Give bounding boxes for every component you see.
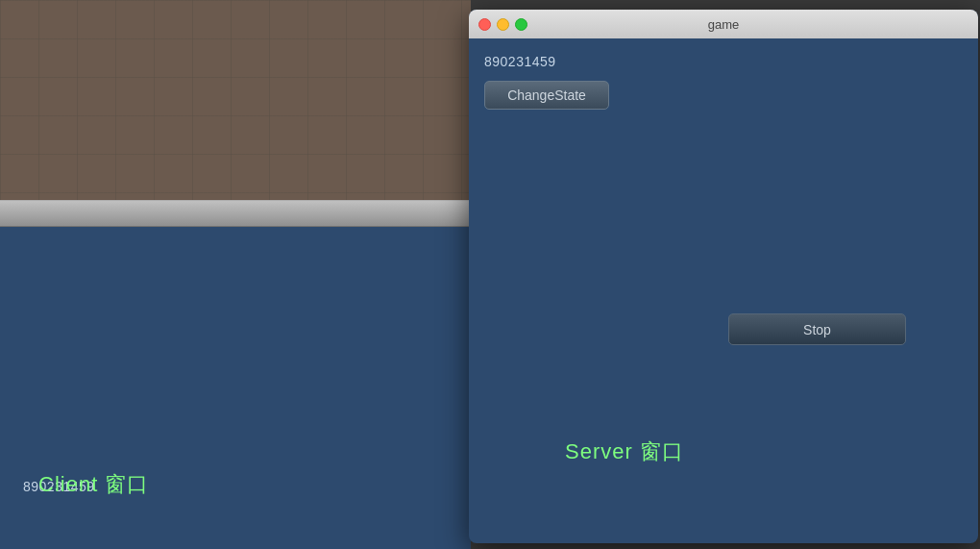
changestate-button[interactable]: ChangeState — [484, 81, 609, 110]
minimize-button[interactable] — [497, 18, 509, 31]
client-panel: 890231459 Stop Client 窗口 — [0, 227, 471, 549]
maximize-button[interactable] — [515, 18, 527, 31]
server-window-label: Server 窗口 — [565, 437, 684, 466]
client-window-label: Client 窗口 — [38, 470, 149, 499]
traffic-lights — [478, 18, 527, 31]
game-titlebar: game — [469, 10, 978, 38]
close-button[interactable] — [478, 18, 491, 31]
server-stop-button[interactable]: Stop — [728, 313, 906, 345]
game-number: 890231459 — [484, 54, 963, 69]
window-title: game — [708, 17, 740, 32]
game-background — [0, 0, 471, 212]
game-window: game 890231459 ChangeState Stop Server 窗… — [469, 10, 978, 543]
game-content: 890231459 ChangeState Stop Server 窗口 — [469, 38, 978, 543]
toolbar-bar — [0, 200, 471, 227]
